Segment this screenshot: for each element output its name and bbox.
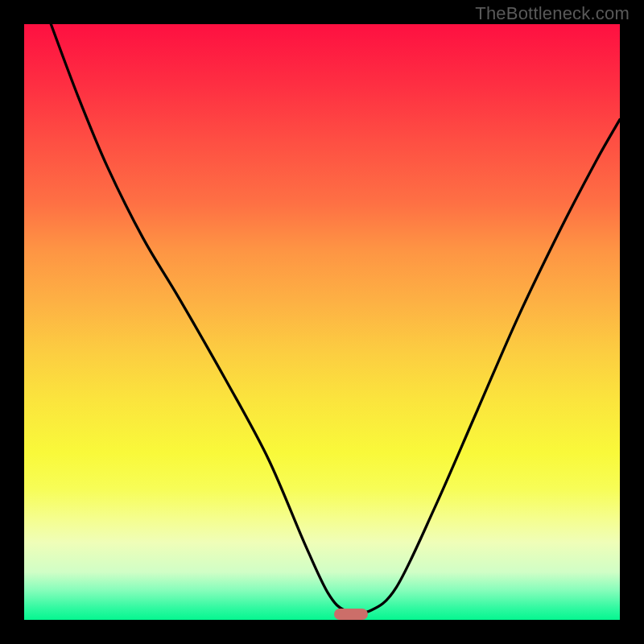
bottleneck-curve xyxy=(24,24,620,620)
chart-frame: TheBottleneck.com xyxy=(0,0,644,644)
plot-area xyxy=(24,24,620,620)
optimum-marker xyxy=(334,609,368,620)
watermark-text: TheBottleneck.com xyxy=(475,3,630,24)
